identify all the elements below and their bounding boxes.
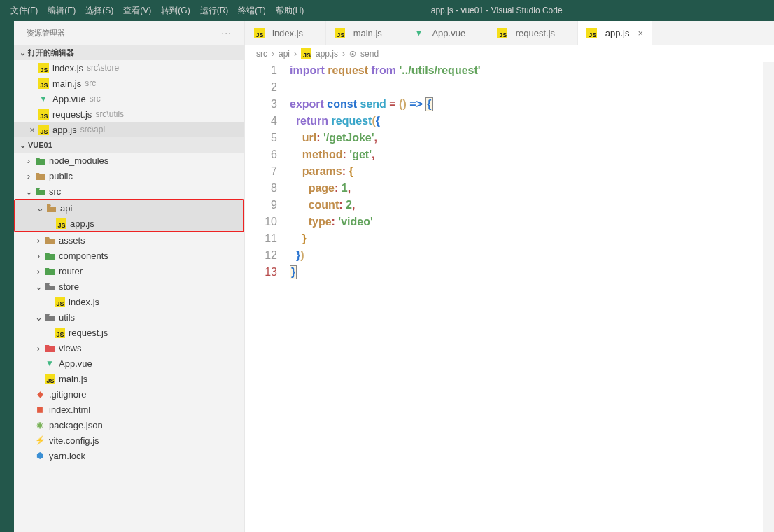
tree-row[interactable]: ›node_modules — [14, 153, 244, 168]
code-line[interactable]: } — [290, 264, 763, 281]
breadcrumb-segment[interactable]: app.js — [316, 49, 338, 59]
open-editor-row[interactable]: ×JSapp.jssrc\api — [14, 122, 244, 137]
tree-row[interactable]: ›assets — [14, 232, 244, 248]
tree-row[interactable]: ◉package.json — [14, 417, 244, 433]
window-title: app.js - vue01 - Visual Studio Code — [309, 6, 684, 15]
open-editors-list: JSindex.jssrc\storeJSmain.jssrc▼App.vues… — [14, 60, 244, 137]
breadcrumb-segment[interactable]: send — [360, 49, 379, 59]
tree-row[interactable]: JSmain.js — [14, 371, 244, 386]
code-line[interactable]: page: 1, — [290, 180, 763, 197]
js-icon: JS — [301, 48, 311, 59]
tree-item-name: api — [60, 203, 72, 214]
open-editor-row[interactable]: JSindex.jssrc\store — [14, 60, 244, 76]
menu-bar: 文件(F)编辑(E)选择(S)查看(V)转到(G)运行(R)终端(T)帮助(H)… — [0, 0, 774, 21]
tree-item-name: components — [59, 251, 108, 261]
line-number: 5 — [245, 130, 277, 146]
line-number: 1 — [245, 62, 277, 79]
close-icon[interactable]: × — [638, 28, 643, 38]
menu-item[interactable]: 文件(F) — [6, 5, 43, 17]
tree-row[interactable]: JSrequest.js — [14, 325, 244, 340]
open-editor-path: src\store — [87, 63, 119, 73]
code-line[interactable]: method: 'get', — [290, 146, 763, 163]
code-line[interactable]: }) — [290, 247, 763, 264]
code-lines[interactable]: import request from '../utils/request'ex… — [290, 62, 763, 532]
code-line[interactable] — [290, 79, 763, 96]
tree-row[interactable]: ⌄utils — [14, 309, 244, 325]
menu-item[interactable]: 终端(T) — [233, 5, 270, 17]
code-editor[interactable]: 12345678910111213 import request from '.… — [245, 62, 774, 532]
tree-item-name: index.js — [69, 297, 99, 307]
tree-row[interactable]: JSapp.js — [15, 216, 243, 231]
js-icon: JS — [45, 374, 55, 384]
code-line[interactable]: url: '/getJoke', — [290, 130, 763, 146]
folder-icon — [45, 251, 55, 260]
breadcrumb-segment[interactable]: src — [256, 49, 267, 59]
chevron-right-icon: › — [24, 155, 34, 166]
tree-row[interactable]: ›public — [14, 168, 244, 183]
chevron-right-icon: › — [34, 266, 43, 276]
editor-tab[interactable]: JSrequest.js× — [488, 21, 578, 45]
line-number: 12 — [245, 247, 277, 264]
tree-row[interactable]: JSindex.js — [14, 294, 244, 309]
js-icon: JS — [38, 63, 49, 74]
open-editor-row[interactable]: JSmain.jssrc — [14, 76, 244, 91]
code-line[interactable]: } — [290, 230, 763, 247]
vue-icon: ▼ — [415, 28, 423, 38]
code-line[interactable]: type: 'video' — [290, 214, 763, 230]
menu-item[interactable]: 帮助(H) — [271, 5, 309, 17]
open-editor-row[interactable]: ▼App.vuesrc — [14, 91, 244, 106]
tree-row[interactable]: ⬢yarn.lock — [14, 448, 244, 463]
editor-tab[interactable]: JSapp.js× — [578, 21, 652, 45]
minimap[interactable] — [763, 62, 774, 532]
project-header[interactable]: ⌄ VUE01 — [14, 137, 244, 153]
breadcrumb[interactable]: src›api›JSapp.js›⦿send — [245, 46, 774, 62]
js-icon: JS — [55, 297, 65, 307]
chevron-right-icon: › — [272, 49, 274, 59]
code-line[interactable]: return request({ — [290, 113, 763, 130]
folder-icon — [46, 204, 57, 213]
code-line[interactable]: params: { — [290, 163, 763, 180]
folder-icon — [35, 187, 45, 196]
tree-item-name: App.vue — [59, 358, 92, 369]
chevron-down-icon: ⌄ — [17, 141, 28, 150]
code-line[interactable]: count: 2, — [290, 197, 763, 214]
tab-label: app.js — [605, 28, 630, 38]
chevron-right-icon: › — [34, 343, 43, 354]
chevron-down-icon: ⌄ — [17, 48, 28, 57]
open-editors-header[interactable]: ⌄ 打开的编辑器 — [14, 45, 244, 60]
open-editors-label: 打开的编辑器 — [28, 48, 74, 58]
menu-items: 文件(F)编辑(E)选择(S)查看(V)转到(G)运行(R)终端(T)帮助(H) — [6, 5, 309, 17]
open-editor-path: src\utils — [95, 109, 124, 119]
close-icon[interactable]: × — [27, 125, 38, 135]
tree-row[interactable]: ⌄store — [14, 279, 244, 294]
open-editor-name: main.js — [52, 78, 81, 89]
menu-item[interactable]: 选择(S) — [80, 5, 118, 17]
menu-item[interactable]: 转到(G) — [156, 5, 195, 17]
tree-row[interactable]: ◆.gitignore — [14, 386, 244, 402]
code-line[interactable]: export const send = () => { — [290, 96, 763, 113]
open-editor-row[interactable]: JSrequest.jssrc\utils — [14, 106, 244, 122]
tree-row[interactable]: ›components — [14, 248, 244, 263]
menu-item[interactable]: 运行(R) — [195, 5, 234, 17]
menu-item[interactable]: 编辑(E) — [43, 5, 80, 17]
folder-icon — [35, 172, 45, 181]
tree-row[interactable]: ⌄src — [14, 183, 244, 199]
editor-tab[interactable]: ▼App.vue× — [404, 21, 488, 45]
menu-item[interactable]: 查看(V) — [118, 5, 156, 17]
editor-tab[interactable]: JSmain.js× — [326, 21, 405, 45]
code-line[interactable]: import request from '../utils/request' — [290, 62, 763, 79]
tree-item-name: .gitignore — [49, 389, 86, 400]
tree-row[interactable]: ›views — [14, 340, 244, 356]
tree-row[interactable]: ◼index.html — [14, 402, 244, 417]
tab-label: index.js — [272, 28, 303, 38]
tree-row[interactable]: ⌄api — [15, 200, 243, 216]
breadcrumb-segment[interactable]: api — [279, 49, 290, 59]
tree-row[interactable]: ▼App.vue — [14, 356, 244, 371]
editor-tab[interactable]: JSindex.js× — [245, 21, 326, 45]
tree-row[interactable]: ›router — [14, 263, 244, 279]
activity-bar[interactable] — [0, 21, 14, 532]
tree-row[interactable]: ⚡vite.config.js — [14, 433, 244, 448]
chevron-down-icon: ⌄ — [34, 312, 43, 323]
folder-icon — [35, 156, 45, 165]
more-icon[interactable]: ··· — [221, 27, 232, 38]
